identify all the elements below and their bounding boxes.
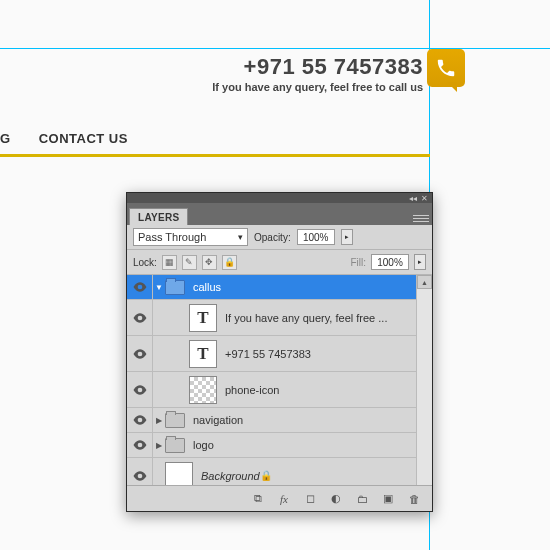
layer-row-background[interactable]: Background 🔒 (127, 458, 432, 485)
layer-name[interactable]: logo (193, 439, 214, 451)
guide-horizontal[interactable] (0, 48, 550, 49)
panel-titlebar[interactable]: ◂◂ ✕ (127, 193, 432, 203)
fill-input[interactable]: 100% (371, 254, 409, 270)
layer-name[interactable]: phone-icon (225, 384, 279, 396)
phone-number: +971 55 7457383 (212, 54, 423, 80)
visibility-toggle[interactable] (127, 458, 153, 485)
collapse-icon[interactable]: ◂◂ (409, 194, 417, 203)
opacity-input[interactable]: 100% (297, 229, 335, 245)
tab-layers[interactable]: LAYERS (129, 208, 188, 225)
lock-transparency-icon[interactable]: ▦ (162, 255, 177, 270)
panel-menu-icon[interactable] (413, 211, 429, 225)
layer-name[interactable]: Background (201, 470, 260, 482)
visibility-toggle[interactable] (127, 408, 153, 432)
layer-row-text-phone[interactable]: T +971 55 7457383 (127, 336, 432, 372)
layers-panel: ◂◂ ✕ LAYERS Pass Through Opacity: 100% ▸… (126, 192, 433, 512)
layer-row-text-tagline[interactable]: T If you have any query, feel free ... (127, 300, 432, 336)
layer-name[interactable]: If you have any query, feel free ... (225, 312, 387, 324)
visibility-toggle[interactable] (127, 300, 153, 335)
text-layer-icon: T (189, 304, 217, 332)
layer-row-callus[interactable]: ▼ callus (127, 275, 432, 300)
raster-layer-thumb (189, 376, 217, 404)
layer-name[interactable]: navigation (193, 414, 243, 426)
navigation-bar: G CONTACT US (0, 131, 430, 157)
raster-layer-thumb (165, 462, 193, 486)
opacity-flyout-icon[interactable]: ▸ (341, 229, 353, 245)
lock-icon[interactable]: 🔒 (260, 470, 272, 481)
phone-icon (427, 49, 465, 87)
lock-label: Lock: (133, 257, 157, 268)
layer-name[interactable]: +971 55 7457383 (225, 348, 311, 360)
close-icon[interactable]: ✕ (421, 194, 428, 203)
folder-icon (165, 438, 185, 453)
lock-all-icon[interactable]: 🔒 (222, 255, 237, 270)
opacity-label: Opacity: (254, 232, 291, 243)
fill-label: Fill: (350, 257, 366, 268)
blend-opacity-row: Pass Through Opacity: 100% ▸ (127, 225, 432, 250)
nav-item-contact[interactable]: CONTACT US (39, 131, 128, 146)
folder-icon (165, 280, 185, 295)
scrollbar[interactable]: ▲ (416, 275, 432, 485)
layer-name[interactable]: callus (193, 281, 221, 293)
new-group-icon[interactable]: 🗀 (354, 493, 370, 505)
folder-icon (165, 413, 185, 428)
lock-position-icon[interactable]: ✥ (202, 255, 217, 270)
callus-block: +971 55 7457383 If you have any query, f… (212, 54, 423, 93)
layer-row-logo[interactable]: ▶ logo (127, 433, 432, 458)
lock-pixels-icon[interactable]: ✎ (182, 255, 197, 270)
disclosure-triangle-icon[interactable]: ▼ (153, 283, 165, 292)
panel-footer: ⧉ fx ◻ ◐ 🗀 ▣ 🗑 (127, 485, 432, 511)
blend-mode-select[interactable]: Pass Through (133, 228, 248, 246)
panel-tab-row: LAYERS (127, 203, 432, 225)
layer-style-icon[interactable]: fx (276, 493, 292, 505)
visibility-toggle[interactable] (127, 433, 153, 457)
new-layer-icon[interactable]: ▣ (380, 492, 396, 505)
scroll-up-icon[interactable]: ▲ (417, 275, 432, 289)
link-layers-icon[interactable]: ⧉ (250, 492, 266, 505)
fill-flyout-icon[interactable]: ▸ (414, 254, 426, 270)
visibility-toggle[interactable] (127, 372, 153, 407)
visibility-toggle[interactable] (127, 336, 153, 371)
nav-item-partial[interactable]: G (0, 131, 11, 146)
visibility-toggle[interactable] (127, 275, 153, 299)
layer-row-phone-icon[interactable]: phone-icon (127, 372, 432, 408)
layer-row-navigation[interactable]: ▶ navigation (127, 408, 432, 433)
lock-row: Lock: ▦ ✎ ✥ 🔒 Fill: 100% ▸ (127, 250, 432, 275)
adjustment-layer-icon[interactable]: ◐ (328, 492, 344, 505)
layer-list: ▲ ▼ callus T If you have any query, feel… (127, 275, 432, 485)
text-layer-icon: T (189, 340, 217, 368)
disclosure-triangle-icon[interactable]: ▶ (153, 441, 165, 450)
delete-layer-icon[interactable]: 🗑 (406, 493, 422, 505)
phone-tagline: If you have any query, feel free to call… (212, 81, 423, 93)
disclosure-triangle-icon[interactable]: ▶ (153, 416, 165, 425)
layer-mask-icon[interactable]: ◻ (302, 492, 318, 505)
